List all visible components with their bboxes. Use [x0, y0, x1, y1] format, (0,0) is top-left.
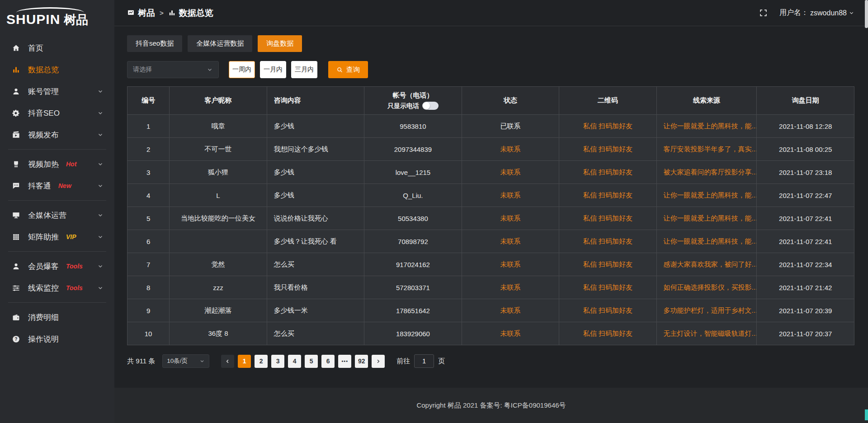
- source-link[interactable]: 让你一眼就爱上的黑科技，能...: [664, 214, 757, 222]
- search-button-label: 查询: [346, 66, 360, 74]
- sidebar-item-home[interactable]: 首页: [0, 37, 114, 59]
- source-link[interactable]: 如何正确选择投影仪，买投影...: [664, 283, 757, 291]
- prev-page-button[interactable]: [221, 355, 234, 368]
- page-button-1[interactable]: 1: [238, 355, 251, 368]
- source-link[interactable]: 让你一眼就爱上的黑科技，能...: [664, 122, 757, 130]
- cell-account: 572803371: [364, 276, 462, 299]
- sidebar-item-video-heating[interactable]: 视频加热 Hot: [0, 153, 114, 175]
- goto-page-input[interactable]: [414, 354, 434, 368]
- search-button[interactable]: 查询: [328, 61, 368, 78]
- qrcode-link[interactable]: 私信 扫码加好友: [583, 122, 632, 130]
- source-link[interactable]: 无主灯设计，智能磁吸轨道灯...: [664, 329, 757, 337]
- cell-content: 多少钱: [267, 115, 364, 138]
- cell-nickname: 哦章: [170, 115, 267, 138]
- page-button-4[interactable]: 4: [288, 355, 301, 368]
- sidebar-item-account-management[interactable]: 账号管理: [0, 80, 114, 102]
- page-button-5[interactable]: 5: [305, 355, 318, 368]
- breadcrumb-item-shupin[interactable]: 树品: [127, 7, 155, 19]
- page-button-92[interactable]: 92: [355, 355, 368, 368]
- heat-icon: [12, 160, 20, 169]
- cell-nickname: 36度 8: [170, 322, 267, 345]
- status-badge: 未联系: [500, 168, 520, 176]
- range-three-months-button[interactable]: 三月内: [291, 61, 317, 78]
- page-button-6[interactable]: 6: [321, 355, 335, 368]
- qrcode-link[interactable]: 私信 扫码加好友: [583, 260, 632, 268]
- sidebar-item-data-overview[interactable]: 数据总览: [0, 59, 114, 80]
- sidebar-item-omnimedia-operation[interactable]: 全媒体运营: [0, 204, 114, 226]
- cell-id: 7: [127, 253, 170, 276]
- cell-id: 9: [127, 299, 170, 322]
- tab-inquiry-data[interactable]: 询盘数据: [258, 35, 302, 52]
- source-link[interactable]: 客厅安装投影半年多了，真实...: [664, 145, 757, 153]
- sidebar-item-label: 抖客通: [28, 181, 51, 191]
- wallet-icon: [12, 313, 20, 322]
- person-icon: [12, 262, 20, 271]
- cell-date: 2021-11-07 22:41: [757, 207, 854, 230]
- goto-label: 前往: [396, 357, 410, 366]
- sidebar-item-douyin-seo[interactable]: 抖音SEO: [0, 102, 114, 124]
- sidebar-item-douketong[interactable]: 抖客通 New: [0, 175, 114, 197]
- sidebar-item-member-baoke[interactable]: 会员爆客 Tools: [0, 255, 114, 277]
- footer: Copyright 树品 2021 备案号: 粤ICP备09019646号: [114, 388, 868, 423]
- pages-ellipsis-button[interactable]: •••: [338, 355, 351, 368]
- phone-only-toggle[interactable]: [422, 102, 439, 110]
- page-button-2[interactable]: 2: [255, 355, 268, 368]
- qrcode-link[interactable]: 私信 扫码加好友: [583, 306, 632, 314]
- username-value: zswodun88: [810, 9, 847, 17]
- source-link[interactable]: 感谢大家喜欢我家，被问了好...: [664, 260, 757, 268]
- page-button-3[interactable]: 3: [271, 355, 284, 368]
- qrcode-link[interactable]: 私信 扫码加好友: [583, 283, 632, 291]
- fullscreen-icon[interactable]: [759, 9, 768, 17]
- user-icon: [12, 87, 20, 96]
- table-row: 2 不可一世 我想问这个多少钱 2097344839 未联系 私信 扫码加好友 …: [127, 138, 854, 161]
- source-link[interactable]: 让你一眼就爱上的黑科技，能...: [664, 191, 757, 199]
- breadcrumb-item-data-overview[interactable]: 数据总览: [168, 7, 213, 19]
- sidebar-item-label: 操作说明: [28, 334, 59, 344]
- tab-douyin-seo-data[interactable]: 抖音seo数据: [127, 35, 182, 52]
- cell-id: 4: [127, 184, 170, 207]
- chevron-down-icon: [199, 358, 205, 364]
- chevron-down-icon: [97, 234, 104, 240]
- qrcode-link[interactable]: 私信 扫码加好友: [583, 329, 632, 337]
- qrcode-link[interactable]: 私信 扫码加好友: [583, 145, 632, 153]
- sidebar-item-clue-monitoring[interactable]: 线索监控 Tools: [0, 277, 114, 299]
- cell-id: 5: [127, 207, 170, 230]
- sidebar-item-consumption-details[interactable]: 消费明细: [0, 306, 114, 328]
- filter-row: 请选择 一周内 一月内 三月内 查询: [127, 61, 854, 78]
- tools-badge: Tools: [66, 263, 83, 270]
- scrollbar[interactable]: [865, 0, 868, 423]
- cell-account: Q_Liu.: [364, 184, 462, 207]
- logo: SHUPIN 树品: [0, 4, 114, 33]
- status-badge: 未联系: [500, 214, 520, 222]
- next-page-button[interactable]: [372, 355, 385, 368]
- account-select[interactable]: 请选择: [127, 61, 219, 78]
- chevron-down-icon: [97, 110, 104, 116]
- chat-bubble-icon: [12, 182, 20, 190]
- chevron-down-icon: [97, 132, 104, 138]
- tab-omnimedia-data[interactable]: 全媒体运营数据: [188, 35, 252, 52]
- source-link[interactable]: 让你一眼就爱上的黑科技，能...: [664, 237, 757, 245]
- sidebar-item-matrix-boost[interactable]: 矩阵助推 VIP: [0, 226, 114, 248]
- source-link[interactable]: 被大家追着问的客厅投影分享...: [664, 168, 757, 176]
- source-link[interactable]: 多功能护栏灯，适用于乡村文...: [664, 306, 757, 314]
- user-menu[interactable]: 用户名： zswodun88: [779, 8, 854, 18]
- range-one-month-button[interactable]: 一月内: [260, 61, 286, 78]
- breadcrumb: 树品 > 数据总览: [127, 7, 213, 19]
- scrollbar-thumb[interactable]: [865, 0, 868, 28]
- qrcode-link[interactable]: 私信 扫码加好友: [583, 214, 632, 222]
- sidebar-item-video-publish[interactable]: 视频发布: [0, 124, 114, 146]
- status-badge: 未联系: [500, 306, 520, 314]
- sidebar-item-operation-guide[interactable]: ? 操作说明: [0, 328, 114, 350]
- range-one-week-button[interactable]: 一周内: [229, 61, 255, 78]
- cell-date: 2021-11-08 00:25: [757, 138, 854, 161]
- qrcode-link[interactable]: 私信 扫码加好友: [583, 168, 632, 176]
- col-status: 状态: [462, 87, 559, 115]
- page-size-select[interactable]: 10条/页: [162, 354, 209, 368]
- qrcode-link[interactable]: 私信 扫码加好友: [583, 237, 632, 245]
- qrcode-link[interactable]: 私信 扫码加好友: [583, 191, 632, 199]
- cell-nickname: 当地比较能吃的一位美女: [170, 207, 267, 230]
- cell-account: love__1215: [364, 161, 462, 184]
- help-icon: ?: [12, 335, 20, 343]
- data-tabs: 抖音seo数据 全媒体运营数据 询盘数据: [127, 35, 854, 52]
- cell-date: 2021-11-07 23:18: [757, 161, 854, 184]
